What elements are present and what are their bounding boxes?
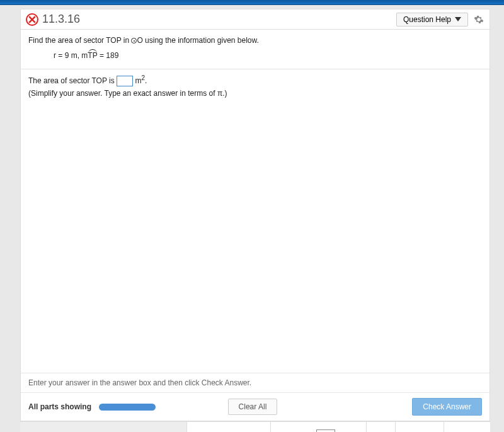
parts-progress-bar [99, 404, 156, 411]
question-help-button[interactable]: Question Help [396, 13, 468, 26]
question-container: 11.3.16 Question Help Find the area of s… [20, 9, 490, 421]
next-button[interactable]: Next → [444, 422, 490, 432]
answer-unit: m [133, 76, 141, 85]
answer-input[interactable] [117, 76, 133, 86]
arc-label: TP [88, 51, 97, 60]
gear-icon[interactable] [473, 14, 484, 25]
back-button[interactable]: ← Back [395, 422, 444, 432]
instruction-text: Enter your answer in the answer box and … [21, 373, 490, 392]
problem-prompt: Find the area of sector TOP in O using t… [28, 36, 482, 45]
question-header: 11.3.16 Question Help [21, 9, 490, 30]
answer-line: The area of sector TOP is m2. [28, 74, 482, 86]
app-top-bar [0, 0, 504, 5]
prompt-post: O using the information given below. [137, 36, 258, 45]
question-nav-cell: Question of 10 [270, 422, 366, 432]
problem-given: r = 9 m, mTP = 189 [54, 51, 482, 60]
review-progress-button[interactable]: Review progress [186, 422, 270, 432]
answer-period: . [145, 76, 147, 85]
divider [21, 69, 490, 69]
question-help-label: Question Help [403, 15, 451, 24]
clear-all-button[interactable]: Clear All [228, 399, 278, 415]
question-number: 11.3.16 [42, 13, 80, 26]
given-post: = 189 [98, 51, 119, 60]
bottom-nav: Review progress Question of 10 Go ← Back… [20, 421, 490, 432]
question-number-input[interactable] [316, 429, 335, 432]
answer-pre: The area of sector TOP is [28, 76, 117, 85]
arc-TP-icon: TP [88, 51, 97, 60]
caret-down-icon [455, 17, 461, 21]
check-answer-button[interactable]: Check Answer [412, 398, 482, 416]
close-icon[interactable] [26, 13, 38, 26]
go-button[interactable]: Go [366, 422, 395, 432]
parts-showing-label: All parts showing [28, 402, 91, 411]
action-footer: All parts showing Clear All Check Answer [21, 392, 490, 421]
problem-body: Find the area of sector TOP in O using t… [21, 30, 490, 373]
prompt-pre: Find the area of sector TOP in [28, 36, 131, 45]
given-pre: r = 9 m, m [54, 51, 88, 60]
answer-hint: (Simplify your answer. Type an exact ans… [28, 89, 482, 98]
